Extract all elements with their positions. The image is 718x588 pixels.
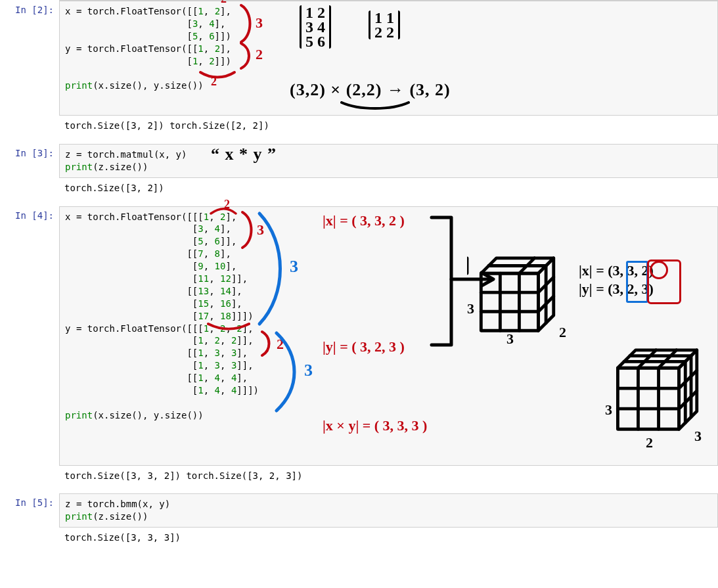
annotation-cube2-dim3b: 3	[694, 428, 702, 445]
jupyter-notebook: In [2]: x = torch.FloatTensor([[1, 2], […	[0, 0, 718, 548]
code-area[interactable]: z = torch.matmul(x, y) print(z.size()) “…	[59, 144, 718, 178]
output-text: torch.Size([3, 2]) torch.Size([2, 2])	[64, 120, 713, 132]
output-area: torch.Size([3, 3, 2]) torch.Size([3, 2, …	[59, 466, 718, 486]
output-prompt-spacer	[0, 178, 59, 186]
code-area[interactable]: x = torch.FloatTensor([[[1, 2], [3, 4], …	[59, 206, 718, 466]
annotation-cube2-dim2: 2	[646, 434, 653, 451]
input-prompt: In [3]:	[0, 144, 59, 162]
output-text: torch.Size([3, 3, 3])	[64, 531, 713, 544]
cell-5-output: torch.Size([3, 3, 3])	[0, 528, 718, 548]
output-area: torch.Size([3, 3, 3])	[59, 528, 718, 548]
annotation-red-2-top: 2	[224, 198, 230, 212]
output-text: torch.Size([3, 2])	[64, 182, 713, 194]
code-text: z = torch.matmul(x, y) print(z.size())	[65, 148, 712, 173]
cell-2-input: In [2]: x = torch.FloatTensor([[1, 2], […	[0, 1, 718, 116]
code-area[interactable]: x = torch.FloatTensor([[1, 2], [3, 4], […	[59, 1, 718, 116]
annotation-underline-link-icon	[339, 101, 411, 110]
input-prompt: In [5]:	[0, 493, 59, 512]
code-text: x = torch.FloatTensor([[[1, 2], [3, 4], …	[65, 211, 712, 422]
output-prompt-spacer	[0, 466, 59, 474]
output-area: torch.Size([3, 2])	[59, 178, 718, 198]
output-text: torch.Size([3, 3, 2]) torch.Size([3, 2, …	[64, 470, 713, 482]
output-area: torch.Size([3, 2]) torch.Size([2, 2])	[59, 116, 718, 136]
cell-4-input: In [4]: x = torch.FloatTensor([[[1, 2], …	[0, 206, 718, 466]
input-prompt: In [4]:	[0, 206, 59, 225]
cell-2-output: torch.Size([3, 2]) torch.Size([2, 2])	[0, 116, 718, 136]
cell-4-output: torch.Size([3, 3, 2]) torch.Size([3, 2, …	[0, 466, 718, 486]
cell-3-input: In [3]: z = torch.matmul(x, y) print(z.s…	[0, 144, 718, 178]
output-prompt-spacer	[0, 528, 59, 535]
cell-5-input: In [5]: z = torch.bmm(x, y) print(z.size…	[0, 493, 718, 528]
code-text: z = torch.bmm(x, y) print(z.size())	[65, 498, 712, 523]
code-text: x = torch.FloatTensor([[1, 2], [3, 4], […	[65, 5, 712, 92]
cell-3-output: torch.Size([3, 2])	[0, 178, 718, 198]
code-area[interactable]: z = torch.bmm(x, y) print(z.size())	[59, 493, 718, 528]
input-prompt: In [2]:	[0, 1, 59, 19]
output-prompt-spacer	[0, 116, 59, 124]
